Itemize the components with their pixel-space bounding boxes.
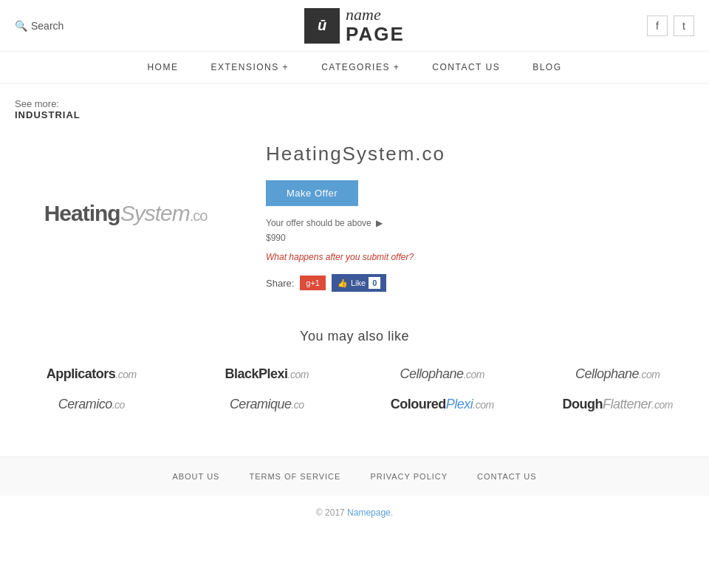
breadcrumb: See more: INDUSTRIAL xyxy=(15,98,694,120)
twitter-icon[interactable]: t xyxy=(674,16,694,36)
logo-icon: ū xyxy=(304,8,340,44)
footer-privacy[interactable]: PRIVACY POLICY xyxy=(370,472,448,481)
list-item[interactable]: Ceramique.co xyxy=(191,397,344,412)
footer-about[interactable]: ABOUT US xyxy=(172,472,219,481)
list-item[interactable]: BlackPlexi.com xyxy=(191,366,344,382)
fb-count: 0 xyxy=(369,277,380,289)
namepage-link[interactable]: Namepage. xyxy=(347,507,393,518)
brand-ceramique: Ceramique.co xyxy=(230,397,304,412)
brand-ceramico: Ceramico.co xyxy=(58,397,125,412)
share-label: Share: xyxy=(266,278,294,289)
nav-blog[interactable]: BLOG xyxy=(516,52,578,83)
also-like-title: You may also like xyxy=(15,329,694,344)
facebook-icon[interactable]: f xyxy=(647,16,668,36)
fb-thumb-icon: 👍 xyxy=(338,278,348,288)
brand-colouredplexi: ColouredPlexi.com xyxy=(391,397,494,412)
also-like-section: You may also like Applicators.com BlackP… xyxy=(15,329,694,412)
offer-info: Your offer should be above ▶ xyxy=(266,218,694,228)
footer-copyright: © 2017 Namepage. xyxy=(0,496,709,530)
brand-blackplexi: BlackPlexi.com xyxy=(225,366,309,382)
list-item[interactable]: Cellophane.com xyxy=(366,366,519,382)
nav-home[interactable]: HOME xyxy=(131,52,194,83)
make-offer-button[interactable]: Make Offer xyxy=(266,180,358,206)
list-item[interactable]: Cellophane.com xyxy=(541,366,695,382)
offer-above-text: Your offer should be above xyxy=(266,218,371,228)
offer-link[interactable]: What happens after you submit offer? xyxy=(266,252,694,262)
list-item[interactable]: ColouredPlexi.com xyxy=(366,397,519,412)
brand-applicators: Applicators.com xyxy=(47,366,137,382)
offer-arrow-icon: ▶ xyxy=(376,218,383,228)
product-details: HeatingSystem.co Make Offer Your offer s… xyxy=(266,135,694,292)
product-title: HeatingSystem.co xyxy=(266,143,694,165)
header: 🔍 Search ū name PAGE f t xyxy=(0,0,709,52)
category-label[interactable]: INDUSTRIAL xyxy=(15,109,694,120)
facebook-like-button[interactable]: 👍 Like 0 xyxy=(332,274,386,292)
search-label: Search xyxy=(31,20,64,32)
logo-area: ū name PAGE xyxy=(304,6,405,45)
search-icon: 🔍 xyxy=(15,20,27,32)
logo-page: PAGE xyxy=(346,24,405,45)
main-content: See more: INDUSTRIAL HeatingSystem.co He… xyxy=(0,83,709,457)
footer-terms[interactable]: TERMS OF SERVICE xyxy=(249,472,340,481)
nav-extensions[interactable]: EXTENSIONS + xyxy=(194,52,305,83)
list-item[interactable]: Applicators.com xyxy=(15,366,168,382)
search-area[interactable]: 🔍 Search xyxy=(15,20,103,32)
logo[interactable]: ū name PAGE xyxy=(304,6,405,45)
nav-contact[interactable]: CONTACT US xyxy=(416,52,516,83)
also-like-grid: Applicators.com BlackPlexi.com Cellophan… xyxy=(15,366,694,412)
nav-items: HOME EXTENSIONS + CATEGORIES + CONTACT U… xyxy=(131,52,578,83)
brand-cellophane1: Cellophane.com xyxy=(400,366,484,382)
logo-name: name xyxy=(346,6,405,24)
product-image-logo: HeatingSystem.co xyxy=(44,201,208,226)
brand-cellophane2: Cellophane.com xyxy=(575,366,660,382)
logo-text: name PAGE xyxy=(346,6,405,45)
footer-links: ABOUT US TERMS OF SERVICE PRIVACY POLICY… xyxy=(0,457,709,496)
list-item[interactable]: Ceramico.co xyxy=(15,397,168,412)
social-icons: f t xyxy=(606,16,694,36)
list-item[interactable]: DoughFlattener.com xyxy=(541,397,695,412)
offer-price: $990 xyxy=(266,233,694,243)
see-more-label: See more: xyxy=(15,98,694,109)
product-image-area: HeatingSystem.co xyxy=(15,135,236,292)
navigation: HOME EXTENSIONS + CATEGORIES + CONTACT U… xyxy=(0,52,709,83)
brand-doughflattener: DoughFlattener.com xyxy=(563,397,673,412)
product-section: HeatingSystem.co HeatingSystem.co Make O… xyxy=(15,135,694,292)
google-plus-button[interactable]: g+1 xyxy=(300,276,326,290)
share-area: Share: g+1 👍 Like 0 xyxy=(266,274,694,292)
nav-categories[interactable]: CATEGORIES + xyxy=(305,52,416,83)
footer-contact[interactable]: CONTACT US xyxy=(477,472,537,481)
